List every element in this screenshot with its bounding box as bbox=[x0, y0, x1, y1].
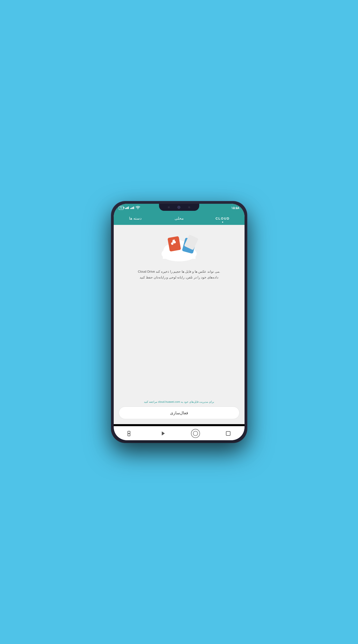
tab-bar: دسته ها محلی CLOUD • bbox=[114, 212, 245, 225]
description-text: .می تواند عکس ها و فایل ها حجیم را ذخیره… bbox=[138, 269, 220, 280]
phone-notch bbox=[159, 204, 199, 211]
nav-recent-button[interactable] bbox=[126, 429, 135, 438]
battery-indicator: 70 bbox=[119, 206, 124, 210]
bar2 bbox=[126, 208, 127, 209]
svg-rect-14 bbox=[128, 434, 130, 436]
home-inner bbox=[193, 431, 198, 436]
signal-bars-1 bbox=[125, 207, 129, 209]
tab-categories[interactable]: دسته ها bbox=[114, 212, 157, 225]
bar1 bbox=[130, 208, 131, 209]
tab-local[interactable]: محلی bbox=[157, 212, 201, 225]
phone-frame: 70 bbox=[111, 201, 247, 443]
notch-dot-right bbox=[188, 206, 190, 208]
activate-button[interactable]: فعال‌سازی bbox=[119, 407, 240, 419]
home-circle bbox=[191, 429, 200, 438]
description-line1: .می تواند عکس ها و فایل ها حجیم را ذخیره… bbox=[138, 269, 220, 274]
bar2 bbox=[131, 208, 132, 209]
description-line2: داده‌های خود را در تلفن، رایانه لوحی و ر… bbox=[138, 274, 220, 280]
svg-rect-16 bbox=[226, 431, 230, 435]
nav-stop-button[interactable] bbox=[224, 429, 233, 438]
nav-home-button[interactable] bbox=[191, 429, 200, 438]
front-camera bbox=[177, 206, 180, 209]
bar1 bbox=[125, 208, 126, 209]
cloud-illustration bbox=[154, 225, 204, 263]
signal-bars-2 bbox=[130, 207, 134, 209]
wifi-icon bbox=[136, 206, 140, 210]
phone-body: 70 bbox=[114, 204, 245, 440]
manage-text: برای مدیریت فایل‌های خود به cloud.huawei… bbox=[144, 400, 214, 404]
manage-link: cloud.huawei.com bbox=[158, 400, 180, 403]
bar4 bbox=[133, 207, 134, 209]
svg-marker-15 bbox=[162, 431, 165, 435]
bar4 bbox=[128, 207, 129, 209]
status-time: ۱۵:۵۸ bbox=[231, 206, 239, 210]
bottom-nav bbox=[114, 426, 245, 440]
nav-play-button[interactable] bbox=[158, 429, 167, 438]
active-indicator: • bbox=[222, 220, 223, 224]
bottom-section: برای مدیریت فایل‌های خود به cloud.huawei… bbox=[114, 400, 245, 424]
bar3 bbox=[132, 207, 133, 209]
main-content: .می تواند عکس ها و فایل ها حجیم را ذخیره… bbox=[114, 225, 245, 424]
phone-screen: 70 bbox=[114, 204, 245, 440]
status-left: 70 bbox=[119, 206, 140, 210]
svg-rect-13 bbox=[128, 431, 130, 433]
notch-dot-left bbox=[168, 206, 170, 208]
nav-separator bbox=[114, 424, 245, 426]
svg-rect-8 bbox=[167, 236, 181, 252]
bar3 bbox=[127, 207, 128, 209]
tab-cloud[interactable]: CLOUD • bbox=[201, 212, 244, 225]
svg-point-0 bbox=[137, 209, 138, 209]
